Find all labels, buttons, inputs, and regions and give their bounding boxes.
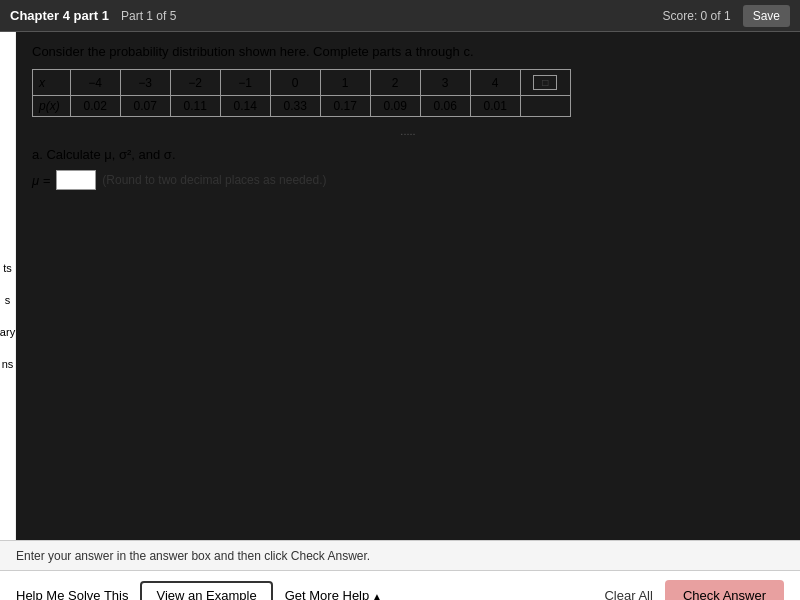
enter-answer-bar: Enter your answer in the answer box and … [0, 540, 800, 570]
px-expand-cell [520, 96, 570, 117]
x-val-9: 4 [470, 70, 520, 96]
px-label: p(x) [33, 96, 71, 117]
x-val-6: 1 [320, 70, 370, 96]
probability-table: x −4 −3 −2 −1 0 1 2 3 4 □ p(x) 0.02 [32, 69, 571, 117]
px-val-2: 0.07 [120, 96, 170, 117]
check-answer-button[interactable]: Check Answer [665, 580, 784, 600]
px-val-6: 0.17 [320, 96, 370, 117]
help-me-solve-button[interactable]: Help Me Solve This [16, 588, 128, 600]
px-val-7: 0.09 [370, 96, 420, 117]
mu-label: μ = [32, 173, 50, 188]
get-more-help-button[interactable]: Get More Help [285, 588, 382, 600]
px-val-8: 0.06 [420, 96, 470, 117]
table-row-px: p(x) 0.02 0.07 0.11 0.14 0.33 0.17 0.09 … [33, 96, 571, 117]
score-label: Score: 0 of 1 [663, 9, 731, 23]
content-wrapper: ts s ary ns Consider the probability dis… [0, 32, 800, 540]
mu-input[interactable] [56, 170, 96, 190]
px-val-4: 0.14 [220, 96, 270, 117]
mu-row: μ = (Round to two decimal places as need… [32, 170, 784, 190]
px-val-5: 0.33 [270, 96, 320, 117]
bottom-bar: Help Me Solve This View an Example Get M… [0, 570, 800, 600]
x-val-8: 3 [420, 70, 470, 96]
problem-statement: Consider the probability distribution sh… [32, 44, 784, 59]
part-a-label: a. Calculate μ, σ², and σ. [32, 147, 784, 162]
x-label: x [33, 70, 71, 96]
sidebar-item-ts: ts [3, 262, 12, 274]
save-button[interactable]: Save [743, 5, 790, 27]
mu-hint: (Round to two decimal places as needed.) [102, 173, 326, 187]
part-label: Part 1 of 5 [121, 9, 176, 23]
sidebar-item-ary: ary [0, 326, 15, 338]
px-val-9: 0.01 [470, 96, 520, 117]
expand-cell: □ [520, 70, 570, 96]
main-content-area: Consider the probability distribution sh… [16, 32, 800, 540]
x-val-3: −2 [170, 70, 220, 96]
table-row-x: x −4 −3 −2 −1 0 1 2 3 4 □ [33, 70, 571, 96]
expand-table-button[interactable]: □ [533, 75, 557, 90]
px-val-3: 0.11 [170, 96, 220, 117]
left-sidebar: ts s ary ns [0, 32, 16, 540]
sidebar-item-s: s [5, 294, 11, 306]
sidebar-item-ns: ns [2, 358, 14, 370]
header-bar: Chapter 4 part 1 Part 1 of 5 Score: 0 of… [0, 0, 800, 32]
x-val-5: 0 [270, 70, 320, 96]
x-val-4: −1 [220, 70, 270, 96]
x-val-7: 2 [370, 70, 420, 96]
clear-all-button[interactable]: Clear All [604, 588, 652, 600]
x-val-2: −3 [120, 70, 170, 96]
view-example-button[interactable]: View an Example [140, 581, 272, 600]
chapter-title: Chapter 4 part 1 [10, 8, 109, 23]
enter-answer-text: Enter your answer in the answer box and … [16, 549, 370, 563]
px-val-1: 0.02 [70, 96, 120, 117]
dots-row: ..... [32, 125, 784, 137]
x-val-1: −4 [70, 70, 120, 96]
